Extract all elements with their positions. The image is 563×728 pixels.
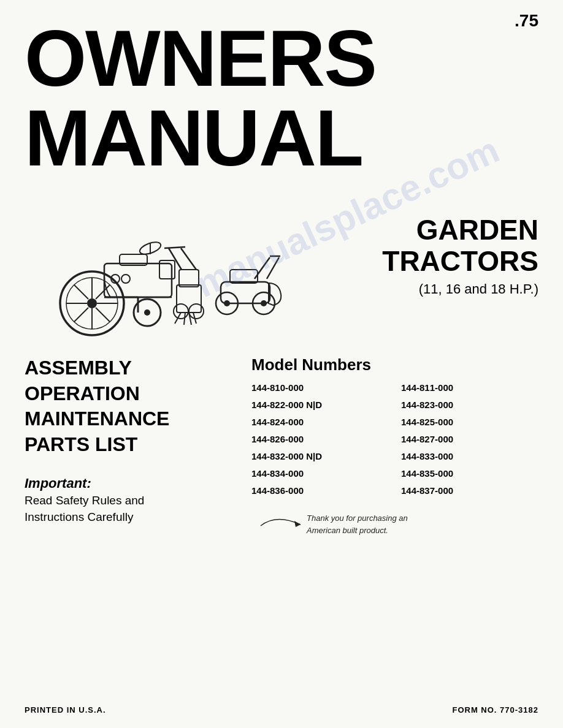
model-item: 144-826-000: [251, 432, 389, 447]
section-parts-list: PARTS LIST: [25, 432, 233, 458]
gt-subtitle: (11, 16 and 18 H.P.): [294, 281, 538, 297]
tractor-illustration: [25, 190, 282, 337]
footer-printed: PRINTED IN U.S.A.: [25, 705, 106, 715]
svg-line-7: [74, 285, 88, 299]
gt-title-line2: TRACTORS: [294, 246, 538, 277]
model-item: 144-836-000: [251, 483, 389, 498]
gt-title-line1: GARDEN: [294, 214, 538, 246]
bottom-content: ASSEMBLY OPERATION MAINTENANCE PARTS LIS…: [25, 355, 538, 547]
main-title: OWNERS MANUAL: [25, 18, 538, 178]
title-line2: MANUAL: [25, 98, 538, 178]
svg-point-42: [261, 300, 267, 306]
svg-line-36: [267, 257, 279, 279]
page: .75 OWNERS MANUAL manualsplace.com: [0, 0, 563, 728]
model-item: 144-824-000: [251, 415, 389, 430]
right-content: Model Numbers 144-810-000 144-811-000 14…: [251, 355, 538, 547]
svg-text:Thank you for purchasing an: Thank you for purchasing an: [307, 514, 408, 523]
svg-line-26: [181, 248, 196, 270]
svg-rect-24: [179, 270, 199, 287]
svg-line-8: [96, 308, 110, 322]
svg-line-27: [164, 247, 185, 248]
section-operation: OPERATION: [25, 381, 233, 407]
footer: PRINTED IN U.S.A. FORM NO. 770-3182: [25, 705, 538, 715]
model-item: 144-834-000: [251, 466, 389, 481]
left-content: ASSEMBLY OPERATION MAINTENANCE PARTS LIS…: [25, 355, 233, 526]
important-label: Important:: [25, 476, 233, 491]
model-item: 144-832-000 N|D: [251, 449, 389, 464]
important-box: Important: Read Safety Rules andInstruct…: [25, 476, 233, 525]
middle-section: GARDEN TRACTORS (11, 16 and 18 H.P.): [25, 190, 538, 337]
model-item: 144-823-000: [401, 398, 538, 412]
svg-line-10: [74, 308, 88, 322]
garden-tractors-info: GARDEN TRACTORS (11, 16 and 18 H.P.): [294, 214, 538, 297]
footer-form: FORM NO. 770-3182: [452, 705, 538, 715]
sections-list: ASSEMBLY OPERATION MAINTENANCE PARTS LIS…: [25, 355, 233, 457]
model-item: 144-811-000: [401, 381, 538, 395]
model-item: 144-825-000: [401, 415, 538, 430]
svg-line-29: [184, 313, 185, 325]
section-maintenance: MAINTENANCE: [25, 406, 233, 432]
model-item: 144-827-000: [401, 432, 538, 447]
svg-text:American built product.: American built product.: [306, 526, 388, 535]
model-item: 144-835-000: [401, 466, 538, 481]
svg-point-12: [144, 309, 150, 316]
price-tag: .75: [515, 11, 538, 31]
model-item: 144-837-000: [401, 483, 538, 498]
svg-point-40: [224, 300, 230, 306]
thank-you-arrow: Thank you for purchasing an American bui…: [251, 507, 411, 544]
model-item: 144-822-000 N|D: [251, 398, 389, 412]
model-numbers-title: Model Numbers: [251, 355, 538, 374]
illustration-area: [25, 190, 282, 337]
section-assembly: ASSEMBLY: [25, 355, 233, 381]
svg-line-37: [255, 257, 270, 279]
svg-point-22: [121, 275, 130, 283]
svg-rect-35: [230, 270, 258, 283]
important-text: Read Safety Rules andInstructions Carefu…: [25, 493, 233, 525]
svg-point-32: [174, 304, 188, 319]
title-line1: OWNERS: [25, 18, 538, 98]
model-item: 144-833-000: [401, 449, 538, 464]
model-item: 144-810-000: [251, 381, 389, 395]
model-numbers-grid: 144-810-000 144-811-000 144-822-000 N|D …: [251, 381, 538, 498]
thank-you-section: Thank you for purchasing an American bui…: [251, 507, 538, 547]
svg-point-2: [87, 298, 97, 308]
